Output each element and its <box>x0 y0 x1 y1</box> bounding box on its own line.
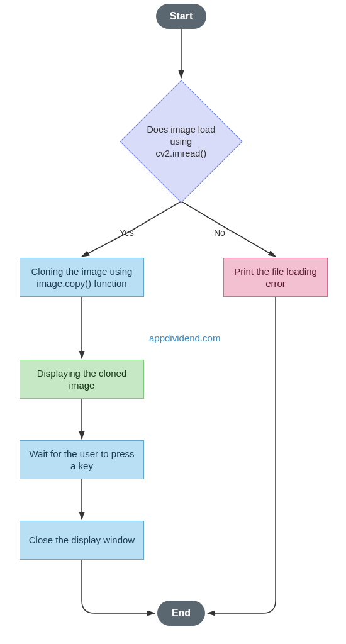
end-label: End <box>172 607 191 620</box>
error-process-label: Print the file loading error <box>232 265 320 290</box>
clone-process-node: Cloning the image using image.copy() fun… <box>20 258 144 297</box>
end-node: End <box>157 601 205 626</box>
error-process-node: Print the file loading error <box>223 258 328 297</box>
wait-process-label: Wait for the user to press a key <box>28 448 136 472</box>
start-node: Start <box>156 4 206 29</box>
watermark-text: appdividend.com <box>149 333 220 343</box>
close-process-label: Close the display window <box>29 534 135 547</box>
no-label: No <box>214 228 225 238</box>
decision-label: Does image load using cv2.imread() <box>146 124 216 160</box>
start-label: Start <box>170 10 193 23</box>
decision-node: Does image load using cv2.imread() <box>120 80 242 203</box>
close-process-node: Close the display window <box>20 521 144 560</box>
yes-label: Yes <box>120 228 134 238</box>
display-process-node: Displaying the cloned image <box>20 360 144 399</box>
wait-process-node: Wait for the user to press a key <box>20 440 144 479</box>
clone-process-label: Cloning the image using image.copy() fun… <box>28 265 136 290</box>
display-process-label: Displaying the cloned image <box>28 367 136 392</box>
